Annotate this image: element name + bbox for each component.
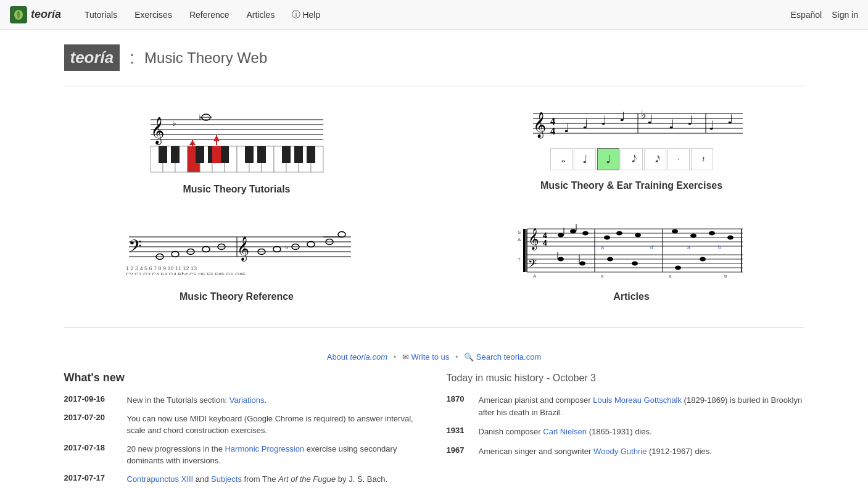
svg-text:♩: ♩ [727, 112, 733, 126]
exercises-card[interactable]: 𝄞 4 4 ♩ ♩ ♩ ♩ ♭ ♩ ♩ ♩ ♩ ♩ [459, 106, 804, 195]
nav-help[interactable]: ⓘHelp [283, 0, 329, 30]
quarter-note-btn[interactable]: ♩ [597, 148, 619, 170]
news-date-3: 2017-07-18 [64, 443, 120, 467]
history-year-3: 1967 [447, 445, 471, 458]
logo-link[interactable]: teoría [10, 6, 61, 23]
eighth-note-btn[interactable]: 𝅘𝅥𝅮 [621, 148, 643, 170]
search-link[interactable]: Search teoria.com [476, 352, 542, 362]
svg-text:A: A [533, 273, 537, 278]
reference-card[interactable]: 𝄢 𝄞 [64, 220, 410, 302]
harmonic-progression-link[interactable]: Harmonic Progression [225, 444, 304, 453]
svg-point-114 [604, 236, 610, 240]
variations-link[interactable]: Variations [229, 395, 265, 405]
news-text-3: 20 new progressions in the Harmonic Prog… [127, 443, 422, 467]
svg-rect-35 [282, 146, 291, 163]
svg-text:♩: ♩ [564, 121, 569, 134]
bottom-sections: What's new 2017-09-16 New in the Tutoria… [64, 371, 804, 488]
gottschalk-link[interactable]: Louis Moreau Gottschalk [593, 395, 682, 405]
reference-image: 𝄢 𝄞 [64, 220, 410, 281]
news-text-1: New in the Tutorials section: Variations… [127, 394, 267, 407]
note-duration-selector: 𝅝 ♩ ♩ 𝅘𝅥𝅮 𝅘𝅥𝅯 · 𝄽 [550, 148, 713, 170]
svg-text:A: A [518, 237, 521, 242]
tutorials-image: 𝄞 ♭ ♭ [64, 106, 410, 174]
history-item-1870: 1870 American pianist and composer Louis… [447, 394, 804, 418]
history-item-1931: 1931 Danish composer Carl Nielsen (1865-… [447, 426, 804, 438]
svg-text:𝄞: 𝄞 [151, 117, 164, 146]
sixteenth-note-btn[interactable]: 𝅘𝅥𝅯 [644, 148, 666, 170]
nav-right: Español Sign in [791, 10, 858, 20]
svg-point-123 [607, 257, 613, 262]
articles-title: Articles [613, 291, 650, 302]
nav-signin[interactable]: Sign in [832, 10, 858, 20]
write-link[interactable]: Write to us [411, 352, 449, 362]
svg-text:a: a [601, 244, 604, 250]
reference-title: Music Theory Reference [180, 291, 294, 302]
nav-links: Tutorials Exercises Reference Articles ⓘ… [76, 0, 329, 30]
history-text-3: American singer and songwriter Woody Gut… [479, 445, 712, 458]
history-year-2: 1931 [447, 426, 471, 438]
dot-btn[interactable]: · [668, 148, 690, 170]
svg-point-83 [307, 242, 315, 247]
news-item-1: 2017-09-16 New in the Tutorials section:… [64, 394, 422, 407]
whole-note-btn[interactable]: 𝅝 [550, 148, 572, 170]
svg-text:𝄞: 𝄞 [528, 228, 539, 250]
nav-exercises[interactable]: Exercises [126, 0, 181, 30]
logo-icon [10, 6, 27, 23]
guthrie-link[interactable]: Woody Guthrie [593, 447, 647, 456]
news-date-1: 2017-09-16 [64, 394, 120, 407]
about-link[interactable]: About teoria.com [327, 352, 387, 362]
svg-text:♭: ♭ [199, 113, 202, 122]
svg-point-120 [727, 236, 734, 240]
svg-text:S: S [518, 230, 521, 235]
svg-point-116 [635, 233, 641, 238]
news-text-2: You can now use MIDI keyboard (Google Ch… [127, 413, 422, 437]
half-note-btn[interactable]: ♩ [574, 148, 596, 170]
svg-text:𝄢: 𝄢 [128, 237, 142, 260]
svg-rect-33 [245, 146, 254, 163]
svg-text:♩: ♩ [647, 112, 653, 126]
site-title: Music Theory Web [144, 49, 267, 67]
svg-point-86 [338, 232, 345, 238]
history-text-1: American pianist and composer Louis More… [479, 394, 804, 418]
svg-rect-29 [171, 146, 180, 163]
footer-links: About teoria.com • ✉ Write to us • 🔍 Sea… [64, 342, 804, 371]
history-item-1967: 1967 American singer and songwriter Wood… [447, 445, 804, 458]
svg-text:b: b [724, 273, 727, 278]
svg-text:a: a [687, 244, 690, 250]
svg-point-113 [582, 231, 589, 236]
svg-text:♩: ♩ [601, 114, 606, 127]
svg-rect-32 [220, 146, 229, 163]
svg-point-111 [558, 233, 564, 238]
rest-btn[interactable]: 𝄽 [691, 148, 713, 170]
svg-rect-34 [257, 146, 266, 163]
tutorials-title: Music Theory Tutorials [183, 184, 291, 195]
articles-card[interactable]: 𝄞 𝄢 4 4 S A T [459, 220, 804, 302]
svg-marker-27 [189, 140, 196, 145]
history-date: - October 3 [547, 373, 596, 383]
svg-marker-40 [213, 135, 220, 141]
svg-point-115 [616, 231, 622, 236]
header-separator: : [130, 48, 134, 68]
svg-rect-37 [307, 146, 315, 163]
tutorials-card[interactable]: 𝄞 ♭ ♭ [64, 106, 410, 195]
svg-text:1   2   3   4   5   6   7   8 : 1 2 3 4 5 6 7 8 9 10 11 12 13 [126, 265, 197, 271]
svg-point-124 [632, 262, 638, 266]
svg-point-117 [672, 230, 678, 234]
news-item-4: 2017-07-17 Contrapunctus XIII and Subjec… [64, 473, 422, 486]
nav-articles[interactable]: Articles [238, 0, 283, 30]
subjects-link[interactable]: Subjects [211, 474, 242, 484]
svg-text:b: b [718, 244, 721, 250]
nielsen-link[interactable]: Carl Nielsen [543, 427, 587, 436]
svg-rect-28 [159, 146, 167, 163]
svg-text:T: T [518, 257, 521, 262]
exercises-music-svg: 𝄞 4 4 ♩ ♩ ♩ ♩ ♭ ♩ ♩ ♩ ♩ ♩ [515, 106, 749, 143]
exercises-image: 𝄞 4 4 ♩ ♩ ♩ ♩ ♭ ♩ ♩ ♩ ♩ ♩ [459, 106, 804, 170]
svg-text:a: a [669, 273, 672, 278]
nav-tutorials[interactable]: Tutorials [76, 0, 126, 30]
nav-language[interactable]: Español [791, 10, 822, 20]
svg-text:♭: ♭ [285, 243, 288, 250]
contrapunctus-link[interactable]: Contrapunctus XIII [127, 474, 194, 484]
nav-reference[interactable]: Reference [181, 0, 238, 30]
svg-text:a: a [601, 273, 604, 278]
svg-text:𝄞: 𝄞 [533, 112, 546, 139]
